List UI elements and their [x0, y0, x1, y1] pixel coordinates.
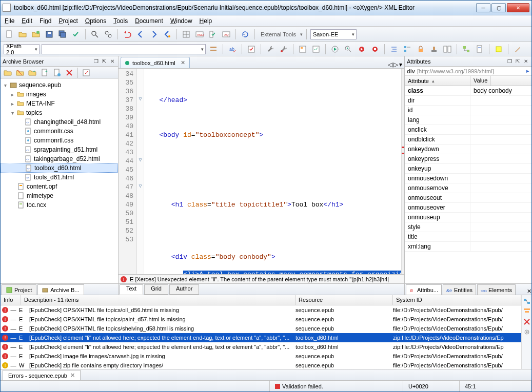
attr-row[interactable]: title [405, 232, 531, 242]
attr-row[interactable]: xml:lang [405, 242, 531, 252]
archive-close-icon[interactable] [14, 67, 26, 78]
tree-file[interactable]: commonltr.css [1, 127, 118, 136]
tree-root[interactable]: ▾sequence.epub [1, 80, 118, 90]
panel-close-icon[interactable]: ✕ [527, 288, 531, 295]
attr-row[interactable]: ondblclick [405, 135, 531, 145]
editor-tab[interactable]: toolbox_d60.html ✕ [121, 57, 190, 68]
menu-find[interactable]: Find [40, 17, 51, 25]
run-icon[interactable] [329, 44, 341, 55]
code-area[interactable]: </head> <body id="toolboxconcept"> <h1 c… [144, 69, 404, 274]
attr-row[interactable]: onmouseover [405, 203, 531, 213]
archive-add-folder-icon[interactable]: + [27, 67, 38, 78]
compare-icon[interactable] [442, 44, 453, 55]
archive-open-icon[interactable] [2, 67, 13, 78]
col-description[interactable]: Description - 11 items [21, 295, 295, 305]
remove-all-icon[interactable] [523, 318, 531, 326]
xpath-options-icon[interactable] [208, 44, 219, 55]
tab-list-icon[interactable]: ▾ [399, 61, 402, 68]
menu-tools[interactable]: Tools [113, 17, 128, 25]
tree-file[interactable]: commonrtl.css [1, 136, 118, 145]
attr-row[interactable]: onkeydown [405, 145, 531, 154]
tree-file-selected[interactable]: <>toolbox_d60.html [1, 163, 118, 173]
overview-ruler[interactable] [401, 69, 404, 274]
stamp-icon[interactable] [428, 44, 440, 55]
spell-icon[interactable]: ab [227, 44, 238, 55]
menu-edit[interactable]: Edit [22, 17, 32, 25]
error-row[interactable]: !—E[EpubCheck] OPS/XHTML file topics/oil… [1, 305, 521, 315]
archive-delete-icon[interactable] [64, 67, 75, 78]
archive-add-file2-icon[interactable] [51, 67, 63, 78]
grid-icon[interactable] [181, 29, 192, 40]
check-icon[interactable] [207, 29, 219, 40]
col-resource[interactable]: Resource [295, 295, 393, 305]
menu-document[interactable]: Document [135, 17, 163, 25]
save-icon[interactable] [44, 29, 55, 40]
archive-add-file-icon[interactable]: + [39, 67, 50, 78]
fold-gutter[interactable]: ▽▽▽ [137, 69, 144, 274]
attr-row[interactable]: onkeyup [405, 164, 531, 174]
mode-author-tab[interactable]: Author [169, 284, 199, 295]
tab-close-icon[interactable]: ✕ [70, 372, 75, 379]
attr-row[interactable]: id [405, 106, 531, 115]
back-icon[interactable] [135, 29, 146, 40]
tab-errors[interactable]: Errors - sequence.epub✕ [3, 370, 81, 380]
tree-folder-topics[interactable]: ▾topics [1, 108, 118, 117]
tab-entities[interactable]: &eEntities [443, 284, 476, 295]
scenario-icon[interactable] [297, 44, 308, 55]
errors-header[interactable]: Info Description - 11 items Resource Sys… [1, 295, 521, 305]
tree-file[interactable]: <>tools_d61.html [1, 173, 118, 182]
col-systemid[interactable]: System ID [393, 295, 521, 305]
attr-row[interactable]: lang [405, 115, 531, 125]
filter-icon[interactable] [523, 307, 531, 316]
tree-file[interactable]: mimetype [1, 191, 118, 200]
xquery-icon[interactable]: XQ [221, 29, 232, 40]
archive-validate-icon[interactable] [81, 67, 92, 78]
debug-icon[interactable] [356, 44, 367, 55]
link-editor-icon[interactable] [523, 297, 531, 305]
error-row[interactable]: !—E[EpubCheck] image file images/carwash… [1, 352, 521, 361]
wrench2-icon[interactable] [278, 44, 289, 55]
mode-grid-tab[interactable]: Grid [144, 284, 168, 295]
tab-next-icon[interactable]: ▷ [393, 61, 398, 68]
error-row[interactable]: !—E[EpubCheck] element "li" not allowed … [1, 342, 521, 352]
attr-row[interactable]: dir [405, 96, 531, 106]
undo-icon[interactable] [122, 29, 133, 40]
new-file-icon[interactable] [4, 29, 15, 40]
lock-icon[interactable] [415, 44, 426, 55]
external-tools-label[interactable]: External Tools [259, 31, 298, 37]
chevron-right-icon[interactable]: ▸ [526, 68, 529, 74]
settings-icon[interactable] [523, 328, 531, 336]
doc-icon[interactable] [474, 44, 485, 55]
scenario2-icon[interactable] [310, 44, 322, 55]
tree-file[interactable]: <>spraypainting_d51.html [1, 145, 118, 154]
panel-restore-icon[interactable]: ❐ [92, 58, 100, 65]
error-row[interactable]: !—W[EpubCheck] zip file contains empty d… [1, 361, 521, 369]
error-row[interactable]: !—E[EpubCheck] element "li" not allowed … [1, 333, 521, 342]
wrench-icon[interactable] [265, 44, 276, 55]
close-button[interactable]: ✕ [507, 3, 529, 12]
panel-close-icon[interactable]: ✕ [109, 58, 116, 65]
xpath-version-dropdown[interactable]: XPath 2.0 [4, 44, 40, 54]
menu-help[interactable]: Help [200, 17, 212, 25]
panel-pin-icon[interactable]: ⇱ [101, 58, 108, 65]
attr-row[interactable]: onmouseout [405, 193, 531, 203]
attr-row[interactable]: style [405, 222, 531, 232]
tab-prev-icon[interactable]: ◁ [388, 61, 392, 68]
col-info[interactable]: Info [1, 295, 21, 305]
xpath-expression-input[interactable] [42, 44, 206, 54]
open-icon[interactable] [17, 29, 28, 40]
format-icon[interactable] [388, 44, 400, 55]
validate-red-icon[interactable] [246, 44, 257, 55]
debug2-icon[interactable] [369, 44, 381, 55]
minimize-button[interactable]: ─ [476, 3, 490, 12]
code-editor[interactable]: 3435363738394041424344454647484950515253… [119, 69, 404, 274]
save-all-icon[interactable] [57, 29, 68, 40]
tab-archive-browser[interactable]: Archive B... [37, 284, 84, 295]
tree-file[interactable]: <>changingtheoil_d48.html [1, 117, 118, 127]
editor-tab-close-icon[interactable]: ✕ [181, 59, 185, 66]
run-wrench-icon[interactable] [343, 44, 354, 55]
validate-icon[interactable] [70, 29, 82, 40]
tree-folder-images[interactable]: ▸images [1, 90, 118, 99]
attr-col-name[interactable]: Attribute [405, 76, 470, 86]
attr-col-value[interactable]: Value [470, 76, 491, 86]
